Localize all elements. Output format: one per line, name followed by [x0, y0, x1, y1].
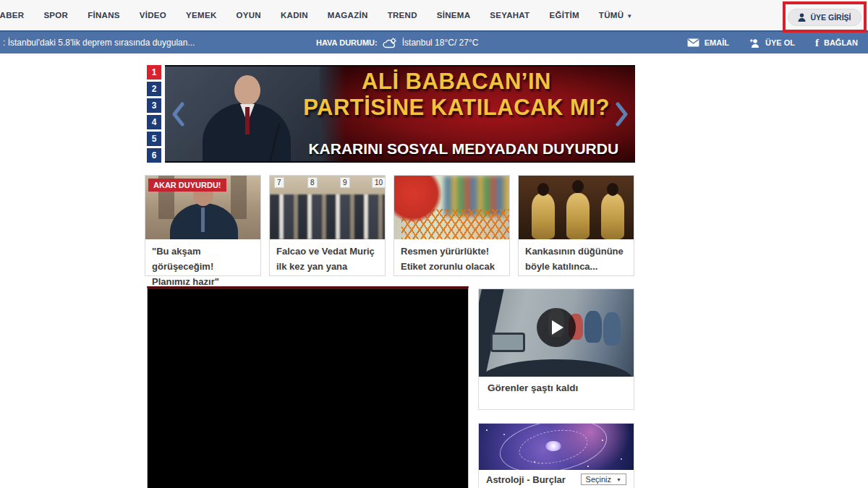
- facebook-connect-link[interactable]: f BAĞLAN: [815, 37, 858, 49]
- login-button[interactable]: ÜYE GİRİŞİ: [788, 9, 861, 26]
- carousel-page-6[interactable]: 6: [147, 148, 161, 163]
- news-card-title: Resmen yürürlükte! Etiket zorunlu olacak: [394, 239, 509, 278]
- nav-item-video[interactable]: VİDEO: [140, 11, 166, 20]
- nav-item-tumu[interactable]: TÜMÜ▼: [599, 11, 633, 20]
- facebook-icon: f: [815, 37, 819, 49]
- carousel-pager: 1 2 3 4 5 6: [147, 65, 161, 163]
- news-badge: AKAR DUYURDU!: [148, 179, 226, 192]
- news-thumbnail: [519, 176, 634, 239]
- weather-widget[interactable]: HAVA DURUMU: İstanbul 18°C/ 27°C: [316, 32, 478, 53]
- email-link[interactable]: EMAİL: [687, 38, 729, 47]
- facebook-link-label: BAĞLAN: [824, 38, 858, 47]
- carousel-page-3[interactable]: 3: [147, 98, 161, 113]
- sidebar-video-card[interactable]: Görenler şaştı kaldı: [478, 288, 634, 410]
- headline-carousel-slide[interactable]: ALİ BABACAN’IN PARTİSİNE KATILACAK MI? K…: [165, 65, 635, 163]
- carousel-page-1[interactable]: 1: [147, 65, 161, 80]
- user-plus-icon: [749, 38, 760, 48]
- carousel-headline-line1: ALİ BABACAN’IN: [287, 69, 626, 95]
- news-card-falcao[interactable]: 7 8 9 10 Falcao ve Vedat Muriç ilk kez y…: [269, 175, 386, 276]
- top-navigation-bar: HABER SPOR FİNANS VİDEO YEMEK OYUN KADIN…: [0, 0, 868, 30]
- account-links: EMAİL ÜYE OL f BAĞLAN: [687, 32, 858, 53]
- nav-item-spor[interactable]: SPOR: [43, 11, 68, 20]
- user-icon: [798, 13, 806, 22]
- nav-item-label: TÜMÜ: [599, 11, 624, 20]
- partly-cloudy-icon: [383, 38, 397, 48]
- photo-number-tag: 8: [307, 177, 318, 188]
- carousel-page-2[interactable]: 2: [147, 82, 161, 96]
- main-menu: HABER SPOR FİNANS VİDEO YEMEK OYUN KADIN…: [0, 0, 633, 30]
- info-bar: : İstanbul'daki 5.8'lik deprem sırasında…: [0, 30, 868, 53]
- news-card-title: "Bu akşam görüşeceğim! Planımız hazır": [145, 239, 260, 294]
- news-card-title: Kankasının düğününe böyle katılınca...: [519, 239, 634, 278]
- zodiac-select-value: Seçiniz: [586, 475, 611, 484]
- nav-item-haber[interactable]: HABER: [0, 11, 24, 20]
- carousel-page-4[interactable]: 4: [147, 115, 161, 129]
- email-link-label: EMAİL: [705, 38, 729, 47]
- carousel-headline-line2: PARTİSİNE KATILACAK MI?: [287, 95, 626, 121]
- nav-item-egitim[interactable]: EĞİTİM: [549, 11, 579, 20]
- nav-item-kadin[interactable]: KADIN: [281, 11, 308, 20]
- chevron-down-icon: ▼: [626, 13, 632, 20]
- nav-item-oyun[interactable]: OYUN: [237, 11, 261, 20]
- weather-label: HAVA DURUMU:: [316, 38, 378, 47]
- zodiac-select[interactable]: Seçiniz ▼: [581, 474, 626, 485]
- news-card-etiket[interactable]: Resmen yürürlükte! Etiket zorunlu olacak: [393, 175, 510, 276]
- carousel-next-button[interactable]: [615, 102, 629, 127]
- news-ticker[interactable]: : İstanbul'daki 5.8'lik deprem sırasında…: [3, 32, 195, 53]
- photo-number-tag: 10: [372, 177, 385, 188]
- nav-item-sinema[interactable]: SİNEMA: [437, 11, 471, 20]
- news-card-row: AKAR DUYURDU! "Bu akşam görüşeceğim! Pla…: [145, 175, 634, 276]
- nav-item-yemek[interactable]: YEMEK: [186, 11, 216, 20]
- astrology-row: Astroloji - Burçlar Seçiniz ▼: [479, 470, 634, 488]
- news-card-title: Falcao ve Vedat Muriç ilk kez yan yana: [270, 239, 385, 278]
- envelope-icon: [687, 38, 699, 47]
- astrology-card: Astroloji - Burçlar Seçiniz ▼: [478, 423, 634, 488]
- news-thumbnail: [394, 176, 509, 239]
- nav-item-magazin[interactable]: MAGAZİN: [328, 11, 368, 20]
- video-thumbnail: [479, 289, 634, 377]
- sidebar-video-title: Görenler şaştı kaldı: [479, 377, 634, 409]
- carousel-page-5[interactable]: 5: [147, 132, 161, 146]
- astrology-title: Astroloji - Burçlar: [486, 474, 566, 485]
- nav-item-trend[interactable]: TREND: [388, 11, 417, 20]
- signup-link-label: ÜYE OL: [765, 38, 795, 47]
- signup-link[interactable]: ÜYE OL: [749, 38, 795, 48]
- chevron-down-icon: ▼: [616, 477, 621, 482]
- nav-item-finans[interactable]: FİNANS: [88, 11, 120, 20]
- news-portal-homepage: HABER SPOR FİNANS VİDEO YEMEK OYUN KADIN…: [0, 0, 868, 488]
- photo-number-tag: 7: [274, 177, 284, 188]
- news-thumbnail: AKAR DUYURDU!: [145, 176, 260, 239]
- annotation-highlight-box: ÜYE GİRİŞİ: [783, 1, 867, 33]
- photo-number-tag: 9: [340, 177, 350, 188]
- news-thumbnail: 7 8 9 10: [270, 176, 385, 239]
- news-card-dugun[interactable]: Kankasının düğününe böyle katılınca...: [518, 175, 634, 276]
- news-card-akar[interactable]: AKAR DUYURDU! "Bu akşam görüşeceğim! Pla…: [145, 175, 261, 276]
- nav-item-seyahat[interactable]: SEYAHAT: [490, 11, 529, 20]
- weather-value: İstanbul 18°C/ 27°C: [402, 38, 479, 48]
- play-icon[interactable]: [537, 308, 576, 347]
- zodiac-wheel-image[interactable]: [479, 424, 634, 470]
- carousel-prev-button[interactable]: [171, 102, 185, 127]
- login-button-label: ÜYE GİRİŞİ: [810, 13, 851, 22]
- video-player[interactable]: [147, 286, 469, 488]
- carousel-subheadline: KARARINI SOSYAL MEDYADAN DUYURDU: [306, 140, 621, 158]
